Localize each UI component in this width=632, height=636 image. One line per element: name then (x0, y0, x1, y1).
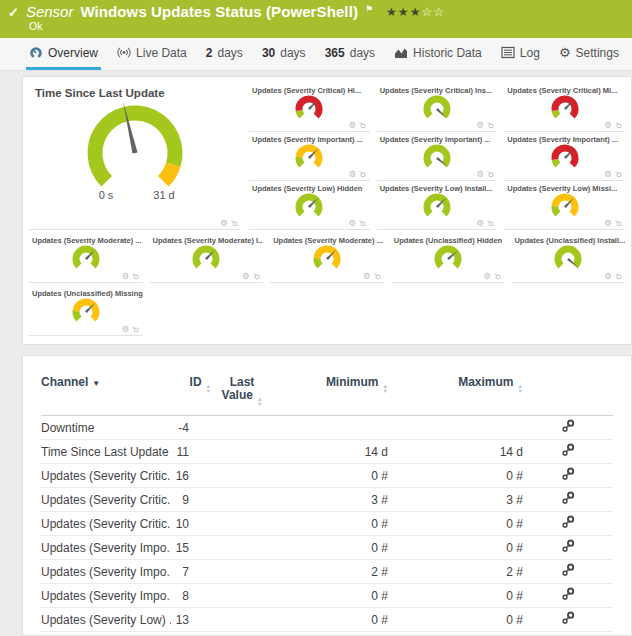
channel-settings-button[interactable] (561, 611, 575, 628)
gauge-title: Updates (Severity Low) Hidden (249, 181, 370, 193)
table-row: Updates (Severity Low) ...130 #0 # (41, 608, 613, 632)
tab-live-data[interactable]: Live Data (114, 38, 190, 70)
channel-settings-button[interactable] (561, 539, 575, 556)
pin-icon[interactable]: ⚲ (229, 218, 239, 228)
star-icon[interactable]: ☆ (433, 5, 445, 19)
gear-icon[interactable]: ⚙ (476, 219, 484, 228)
tab-settings[interactable]: ⚙Settings (556, 38, 622, 70)
channel-actions (523, 440, 613, 464)
pin-icon[interactable]: ⚲ (357, 218, 367, 228)
channel-settings-button[interactable] (561, 587, 575, 604)
pin-icon[interactable]: ⚲ (485, 120, 495, 130)
column-header-minimum[interactable]: Minimum▲▼ (273, 368, 388, 416)
column-header-channel[interactable]: Channel▼ (41, 368, 171, 416)
channel-settings-button[interactable] (561, 419, 575, 436)
mini-gauge-panel: Updates (Severity Important) ...⚙⚲ (249, 132, 370, 181)
gear-icon[interactable]: ⚙ (242, 272, 250, 281)
gauge-dial (417, 93, 457, 121)
channel-last-value (211, 512, 273, 536)
channel-table: Channel▼ ID▲▼ Last Value▲▼ Minimum▲▼ Max… (41, 368, 613, 636)
gauge-dial (417, 191, 457, 219)
wrench-icon (561, 563, 575, 577)
star-icon[interactable]: ☆ (421, 5, 433, 19)
gauge-dial (307, 243, 347, 271)
tab-log[interactable]: Log (498, 38, 543, 70)
tab-historic-data[interactable]: Historic Data (391, 38, 485, 70)
tab-2-days[interactable]: 2days (203, 38, 246, 70)
mini-gauge-panel: Updates (Severity Critical) Ins...⚙⚲ (377, 83, 498, 132)
gear-icon[interactable]: ⚙ (604, 170, 612, 179)
tab-overview[interactable]: Overview (26, 38, 101, 70)
channel-settings-button[interactable] (561, 563, 575, 580)
channel-name: Updates (Severity Impo... (41, 536, 171, 560)
gauge-dial: 0 s31 d (50, 99, 220, 207)
gear-icon[interactable]: ⚙ (604, 121, 612, 130)
channel-name: Updates (Severity Low) ... (41, 632, 171, 636)
gear-icon[interactable]: ⚙ (484, 272, 492, 281)
gear-icon[interactable]: ⚙ (476, 121, 484, 130)
gauge-dial (545, 142, 585, 170)
pin-icon[interactable]: ⚲ (130, 324, 140, 334)
gear-icon[interactable]: ⚙ (349, 170, 357, 179)
gauge-title: Updates (Severity Important) ... (377, 132, 498, 144)
gear-icon[interactable]: ⚙ (604, 219, 612, 228)
check-icon: ✓ (8, 5, 19, 20)
channel-minimum: 2 # (273, 560, 388, 584)
gauge-dial (548, 243, 588, 271)
channel-settings-button[interactable] (561, 443, 575, 460)
gauge-dial (545, 93, 585, 121)
pin-icon[interactable]: ⚲ (357, 120, 367, 130)
gear-icon[interactable]: ⚙ (476, 170, 484, 179)
channel-actions (523, 560, 613, 584)
pin-icon[interactable]: ⚲ (130, 271, 140, 281)
column-header-id[interactable]: ID▲▼ (171, 368, 211, 416)
gear-icon[interactable]: ⚙ (349, 219, 357, 228)
channel-last-value (211, 536, 273, 560)
pin-icon[interactable]: ⚲ (485, 218, 495, 228)
gear-icon[interactable]: ⚙ (122, 272, 130, 281)
wrench-icon (561, 467, 575, 481)
pin-icon[interactable]: ⚲ (613, 169, 623, 179)
channel-settings-button[interactable] (561, 467, 575, 484)
channel-table-card: Channel▼ ID▲▼ Last Value▲▼ Minimum▲▼ Max… (22, 355, 632, 636)
star-icon[interactable]: ★ (398, 5, 410, 19)
table-row: Downtime-4 (41, 416, 613, 440)
pin-icon[interactable]: ⚲ (371, 271, 381, 281)
gauge-icon (29, 46, 43, 59)
sort-icon: ▲▼ (518, 384, 523, 393)
star-icon[interactable]: ★ (410, 5, 422, 19)
tab-365-days[interactable]: 365days (322, 38, 378, 70)
channel-id: 16 (171, 464, 211, 488)
gear-icon[interactable]: ⚙ (363, 272, 371, 281)
sensor-status: Ok (8, 20, 624, 32)
gear-icon[interactable]: ⚙ (604, 272, 612, 281)
channel-settings-button[interactable] (561, 491, 575, 508)
channel-settings-button[interactable] (561, 515, 575, 532)
gear-icon[interactable]: ⚙ (122, 325, 130, 334)
pin-icon[interactable]: ⚲ (613, 120, 623, 130)
flag-icon[interactable]: ⚑ (365, 4, 373, 14)
column-header-last-value[interactable]: Last Value▲▼ (211, 368, 273, 416)
column-header-maximum[interactable]: Maximum▲▼ (388, 368, 523, 416)
pin-icon[interactable]: ⚲ (613, 218, 623, 228)
tab-30-days[interactable]: 30days (259, 38, 309, 70)
pin-icon[interactable]: ⚲ (485, 169, 495, 179)
priority-stars[interactable]: ★★★☆☆ (386, 5, 445, 19)
gear-icon[interactable]: ⚙ (349, 121, 357, 130)
gauge-title: Updates (Severity Important) ... (249, 132, 370, 144)
gear-icon: ⚙ (559, 46, 571, 59)
gauge-title: Time Since Last Update (29, 83, 241, 99)
channel-id: -4 (171, 416, 211, 440)
sensor-header: ✓ Sensor Windows Updates Status (PowerSh… (0, 0, 632, 38)
pin-icon[interactable]: ⚲ (251, 271, 261, 281)
table-row: Updates (Severity Low) ...30 #0 # (41, 632, 613, 636)
pin-icon[interactable]: ⚲ (357, 169, 367, 179)
channel-table-body: Downtime-4Time Since Last Update1114 d14… (41, 416, 613, 636)
main-gauge-dial-slot: 0 s31 d (29, 99, 241, 207)
star-icon[interactable]: ★ (386, 5, 398, 19)
gauge-title: Updates (Severity Critical) Hi... (249, 83, 370, 95)
pin-icon[interactable]: ⚲ (492, 271, 502, 281)
gear-icon[interactable]: ⚙ (220, 219, 228, 228)
gauge-title: Updates (Unclassified) Hidden (391, 233, 505, 245)
pin-icon[interactable]: ⚲ (613, 271, 623, 281)
